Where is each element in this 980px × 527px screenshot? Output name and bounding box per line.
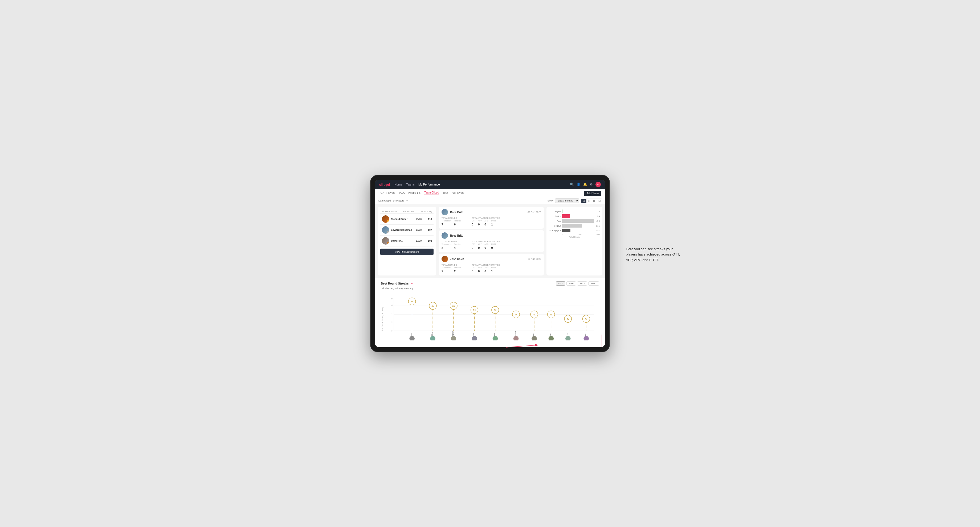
bar-chart: Eagles 3 Birdies 96 (549, 210, 600, 238)
avatar-cameron: 3 (382, 237, 389, 244)
stat-row: Tournament 7 Practice 6 (442, 220, 461, 227)
bar-container (562, 229, 594, 232)
player-score: 17/20 (414, 240, 423, 242)
bar-fill (562, 224, 582, 227)
svg-text:4: 4 (391, 313, 393, 314)
player-row[interactable]: 1 Richard Butler 19/20 110 (380, 214, 434, 225)
putt-button[interactable]: PUTT (588, 281, 600, 286)
streaks-title-row: Best Round Streaks ← (381, 281, 414, 286)
view-list-button[interactable]: ≡ (586, 199, 591, 203)
nav-my-performance[interactable]: My Performance (418, 183, 440, 186)
player-score: 18/20 (414, 229, 423, 231)
settings-icon[interactable]: ⚙ (590, 183, 593, 186)
svg-text:7x: 7x (410, 300, 413, 303)
card-stats: Total Rounds Tournament 7 Practice 6 (442, 217, 541, 227)
bar-row-birdies: Birdies 96 (549, 214, 600, 218)
practice-activities-label: Total Practice Activities (472, 217, 500, 219)
nav-teams[interactable]: Teams (406, 183, 415, 186)
card-date: 26 Aug 2023 (528, 258, 541, 260)
stat-t: Tournament 7 (442, 267, 451, 273)
stat-group: Total Rounds Tournament 8 Practice 4 (442, 240, 461, 250)
bar-fill (562, 229, 570, 232)
player-avg: 103 (425, 240, 432, 242)
bar-label: Birdies (549, 215, 561, 217)
stat-group-practice: Total Practice Activities OTT 0 APP 0 (472, 217, 500, 227)
bell-icon[interactable]: 🔔 (583, 183, 587, 186)
col-pb-score: PB SCORE (403, 210, 414, 213)
x-label-0: 0 (562, 233, 563, 235)
streaks-section: Best Round Streaks ← OTT APP ARG PUTT Of… (378, 278, 602, 344)
team-label: Team Clippd | 14 Players ✏ (378, 199, 408, 202)
col-pb-avg: PB AVG SQ (420, 210, 432, 213)
bar-value: 3 (599, 210, 600, 213)
subnav-hcaps[interactable]: Hcaps 1-5 (409, 191, 421, 195)
svg-text:4x: 4x (550, 313, 552, 316)
svg-text:0: 0 (391, 330, 393, 332)
nav-right: 🔍 👤 🔔 ⚙ U (570, 182, 601, 187)
bar-label: Eagles (549, 210, 561, 213)
view-grid-button[interactable]: ⊞ (581, 199, 586, 203)
ott-button[interactable]: OTT (556, 281, 565, 286)
player-avg: 110 (425, 218, 432, 221)
stat-app: APP 0 (478, 243, 482, 250)
avatar-edward: 2 (382, 226, 389, 234)
avatar[interactable]: U (595, 182, 601, 187)
subnav-pga[interactable]: PGA (399, 191, 404, 195)
subnav-team-clippd[interactable]: Team Clippd (424, 191, 439, 195)
player-row[interactable]: 2 Edward Crossman 18/20 107 (380, 225, 434, 236)
svg-text:6x: 6x (452, 305, 455, 307)
svg-text:3x: 3x (585, 318, 587, 321)
player-list-panel: PLAYER NAME PB SCORE PB AVG SQ 1 Richard… (378, 207, 436, 275)
stat-practice-group: Total Practice Activities OTT 0 APP 0 (472, 264, 500, 273)
stat-arg: ARG 0 (484, 220, 488, 227)
card-date: 02 Sep 2023 (528, 211, 541, 213)
stat-arg: ARG 0 (484, 243, 488, 250)
player-name: Cameron... (391, 240, 413, 242)
add-team-button[interactable]: Add Team (584, 191, 601, 196)
tablet-frame: clippd Home Teams My Performance 🔍 👤 🔔 ⚙… (370, 175, 610, 352)
main-content: PLAYER NAME PB SCORE PB AVG SQ 1 Richard… (375, 204, 605, 278)
nav-links: Home Teams My Performance (395, 183, 440, 186)
arg-button[interactable]: ARG (577, 281, 587, 286)
arrow-icon[interactable]: ← (410, 281, 414, 286)
stat-row: OTT 0 APP 0 ARG 0 (472, 267, 500, 273)
subnav-tour[interactable]: Tour (443, 191, 448, 195)
search-icon[interactable]: 🔍 (570, 183, 574, 186)
view-card-button[interactable]: ▦ (591, 199, 597, 203)
app-button[interactable]: APP (566, 281, 576, 286)
player-row[interactable]: 3 Cameron... 17/20 103 (380, 236, 434, 246)
chart-title: Total Shots (549, 236, 600, 238)
view-table-button[interactable]: ⊟ (597, 199, 602, 203)
view-leaderboard-button[interactable]: View Full Leaderboard (380, 249, 434, 255)
nav-home[interactable]: Home (395, 183, 402, 186)
date-select[interactable]: Last 3 months (555, 198, 579, 203)
stat-practice-group: Total Practice Activities OTT 0 APP 0 (472, 240, 500, 250)
bar-container (562, 219, 594, 223)
bar-row-bogeys: Bogeys 311 (549, 224, 600, 227)
view-toggle: ⊞ ≡ ▦ ⊟ (581, 198, 602, 203)
svg-text:5x: 5x (473, 309, 476, 312)
x-label-400: 400 (597, 233, 600, 235)
streak-chart-svg: Best Streak, Fairway Accuracy 0 2 4 6 8 (381, 292, 599, 340)
player-card-rees2: Rees Britt Total Rounds Tournament 8 (439, 230, 544, 252)
subnav-all-players[interactable]: All Players (452, 191, 464, 195)
edit-icon[interactable]: ✏ (406, 199, 408, 202)
stat-app: APP 0 (478, 220, 482, 227)
svg-text:2: 2 (391, 321, 393, 323)
annotation-text: Here you can see streaks your players ha… (626, 246, 684, 263)
bar-label: D. Bogeys + (549, 229, 561, 232)
player-score: 19/20 (414, 218, 423, 221)
bar-container (562, 224, 594, 227)
stat-tournament: Tournament 7 (442, 220, 451, 227)
bar-value: 311 (596, 225, 600, 227)
col-player-name: PLAYER NAME (382, 210, 397, 213)
subnav-pgat[interactable]: PGAT Players (379, 191, 395, 195)
svg-text:6x: 6x (431, 305, 434, 307)
stat-putt: PUTT 1 (491, 267, 496, 273)
badge-gold: 1 (387, 220, 389, 223)
bar-chart-panel: Eagles 3 Birdies 96 (546, 207, 602, 275)
svg-text:4x: 4x (515, 313, 517, 316)
stat-divider (466, 240, 466, 250)
people-icon[interactable]: 👤 (577, 183, 581, 186)
svg-text:5x: 5x (494, 309, 497, 312)
